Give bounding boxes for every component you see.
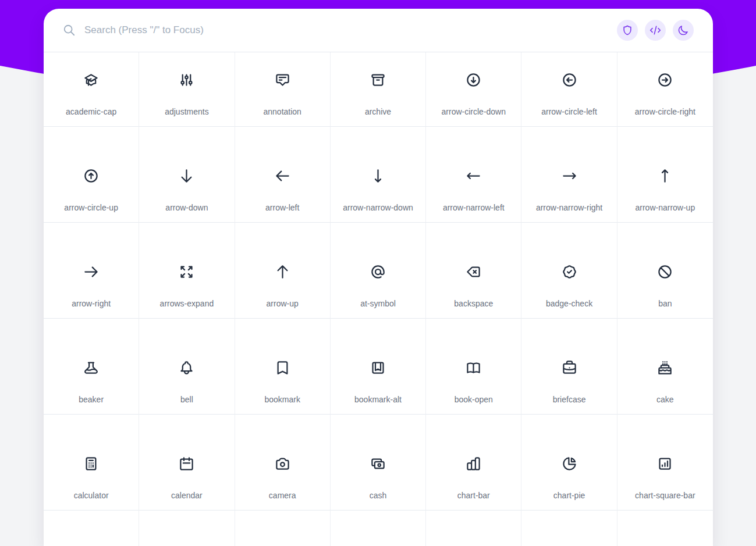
icon-label: arrow-down <box>165 202 208 213</box>
icon-cell-backspace[interactable]: backspace <box>426 223 521 319</box>
icon-label: cake <box>656 394 674 405</box>
icon-label: arrow-narrow-up <box>636 202 695 213</box>
icon-label: chart-bar <box>457 490 490 501</box>
archive-icon <box>370 72 386 88</box>
icon-cell-chart-pie[interactable]: chart-pie <box>521 415 617 511</box>
icon-cell-chart-bar[interactable]: chart-bar <box>426 415 521 511</box>
icon-cell-arrow-narrow-right[interactable]: arrow-narrow-right <box>521 127 617 223</box>
arrows-expand-icon <box>179 264 194 280</box>
icon-cell-bookmark[interactable]: bookmark <box>235 319 331 415</box>
icon-label: badge-check <box>546 298 592 309</box>
cash-icon <box>370 456 386 472</box>
icon-label: book-open <box>455 394 493 405</box>
icon-label: arrow-circle-down <box>442 106 506 117</box>
icon-cell-empty <box>44 511 139 546</box>
arrow-narrow-down-icon <box>370 168 386 184</box>
icon-cell-empty <box>331 511 426 546</box>
icon-label: calendar <box>171 490 203 501</box>
bookmark-icon <box>275 360 290 376</box>
icon-cell-camera[interactable]: camera <box>235 415 331 511</box>
icon-label: annotation <box>264 106 301 117</box>
arrow-left-icon <box>275 168 290 184</box>
icon-cell-beaker[interactable]: beaker <box>44 319 139 415</box>
icon-cell-archive[interactable]: archive <box>331 52 426 127</box>
camera-icon <box>275 456 290 472</box>
icon-cell-arrows-expand[interactable]: arrows-expand <box>139 223 235 319</box>
icon-label: arrow-up <box>267 298 299 309</box>
icon-label: briefcase <box>553 394 586 405</box>
arrow-circle-down-icon <box>466 72 481 88</box>
search-bar <box>44 9 713 52</box>
outline-style-toggle-button[interactable] <box>617 20 638 41</box>
icon-label: ban <box>658 298 672 309</box>
dark-mode-toggle-button[interactable] <box>673 20 694 41</box>
arrow-circle-right-icon <box>657 72 673 88</box>
icon-label: arrow-circle-up <box>64 202 118 213</box>
icon-cell-arrow-narrow-down[interactable]: arrow-narrow-down <box>331 127 426 223</box>
icon-label: bookmark <box>264 394 300 405</box>
icon-cell-arrow-left[interactable]: arrow-left <box>235 127 331 223</box>
badge-check-icon <box>562 264 577 280</box>
icon-label: at-symbol <box>360 298 396 309</box>
briefcase-icon <box>562 360 577 376</box>
search-input[interactable] <box>83 24 605 37</box>
code-icon <box>649 24 661 36</box>
icon-cell-cake[interactable]: cake <box>617 319 713 415</box>
moon-icon <box>677 24 689 36</box>
arrow-down-icon <box>179 168 194 184</box>
beaker-icon <box>83 360 99 376</box>
icon-cell-briefcase[interactable]: briefcase <box>521 319 617 415</box>
icon-cell-bookmark-alt[interactable]: bookmark-alt <box>331 319 426 415</box>
icon-label: arrow-narrow-right <box>536 202 602 213</box>
icon-cell-book-open[interactable]: book-open <box>426 319 521 415</box>
arrow-circle-left-icon <box>562 72 577 88</box>
icon-cell-chart-square-bar[interactable]: chart-square-bar <box>617 415 713 511</box>
icon-cell-arrow-circle-up[interactable]: arrow-circle-up <box>44 127 139 223</box>
icon-label: bell <box>180 394 193 405</box>
icon-cell-arrow-circle-down[interactable]: arrow-circle-down <box>426 52 521 127</box>
icon-label: arrow-circle-right <box>635 106 695 117</box>
icon-label: arrow-circle-left <box>541 106 597 117</box>
icon-cell-empty <box>235 511 331 546</box>
bookmark-alt-icon <box>370 360 386 376</box>
icon-cell-arrow-narrow-left[interactable]: arrow-narrow-left <box>426 127 521 223</box>
toolbar <box>617 20 694 41</box>
icon-cell-arrow-up[interactable]: arrow-up <box>235 223 331 319</box>
icon-label: arrow-right <box>72 298 111 309</box>
code-view-toggle-button[interactable] <box>645 20 666 41</box>
icon-cell-ban[interactable]: ban <box>617 223 713 319</box>
icon-cell-calendar[interactable]: calendar <box>139 415 235 511</box>
academic-cap-icon <box>83 72 99 88</box>
cake-icon <box>657 360 673 376</box>
calendar-icon <box>179 456 194 472</box>
icon-cell-bell[interactable]: bell <box>139 319 235 415</box>
backspace-icon <box>466 264 481 280</box>
icon-cell-academic-cap[interactable]: academic-cap <box>44 52 139 127</box>
icon-label: arrow-narrow-down <box>343 202 413 213</box>
icon-label: arrows-expand <box>160 298 214 309</box>
icon-cell-at-symbol[interactable]: at-symbol <box>331 223 426 319</box>
arrow-narrow-right-icon <box>562 168 577 184</box>
icon-cell-badge-check[interactable]: badge-check <box>521 223 617 319</box>
icon-cell-empty <box>426 511 521 546</box>
book-open-icon <box>466 360 481 376</box>
icon-cell-arrow-down[interactable]: arrow-down <box>139 127 235 223</box>
icon-label: chart-square-bar <box>635 490 695 501</box>
icon-label: adjustments <box>165 106 208 117</box>
icon-cell-arrow-circle-left[interactable]: arrow-circle-left <box>521 52 617 127</box>
icon-cell-adjustments[interactable]: adjustments <box>139 52 235 127</box>
annotation-icon <box>275 72 290 88</box>
icon-cell-arrow-right[interactable]: arrow-right <box>44 223 139 319</box>
ban-icon <box>657 264 673 280</box>
icon-cell-empty <box>139 511 235 546</box>
icon-label: arrow-narrow-left <box>443 202 505 213</box>
icon-cell-cash[interactable]: cash <box>331 415 426 511</box>
arrow-up-icon <box>275 264 290 280</box>
chart-pie-icon <box>562 456 577 472</box>
icon-cell-arrow-narrow-up[interactable]: arrow-narrow-up <box>617 127 713 223</box>
chart-square-bar-icon <box>657 456 673 472</box>
icon-cell-annotation[interactable]: annotation <box>235 52 331 127</box>
icon-cell-arrow-circle-right[interactable]: arrow-circle-right <box>617 52 713 127</box>
arrow-right-icon <box>83 264 99 280</box>
icon-cell-calculator[interactable]: calculator <box>44 415 139 511</box>
